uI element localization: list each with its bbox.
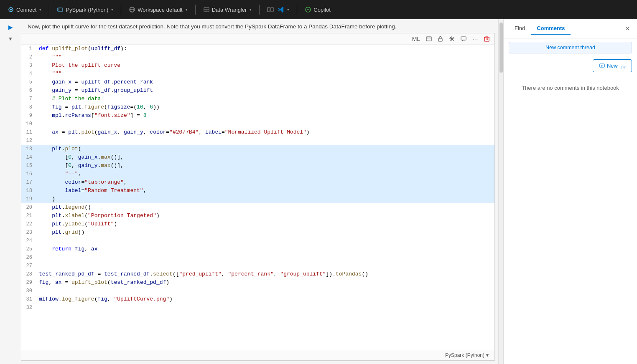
connect-label: Connect xyxy=(16,7,36,13)
line-number: 10 xyxy=(21,120,37,128)
line-number: 3 xyxy=(21,61,37,69)
code-line-30: 30 xyxy=(21,287,494,295)
workspace-button[interactable]: Workspace default ▾ xyxy=(125,5,191,15)
cell-toolbar: ML xyxy=(21,33,494,45)
line-number: 4 xyxy=(21,70,37,78)
code-line-14: 14 [0, gain_x.max()], xyxy=(21,153,494,162)
code-line-10: 10 xyxy=(21,120,494,128)
snowflake-button[interactable] xyxy=(447,35,456,43)
line-number: 25 xyxy=(21,245,37,253)
notebook-area: Now, plot the uplift curve for the test … xyxy=(21,19,498,364)
line-content: color="tab:orange", xyxy=(37,178,494,187)
scrollbar-track[interactable] xyxy=(498,19,503,364)
line-number: 32 xyxy=(21,303,37,311)
line-content: [0, gain_y.max()], xyxy=(37,162,494,170)
line-number: 21 xyxy=(21,212,37,220)
line-number: 5 xyxy=(21,78,37,86)
more-options-button[interactable]: ··· xyxy=(471,35,480,43)
code-line-3: 3 Plot the uplift curve xyxy=(21,61,494,70)
code-line-31: 31mlflow.log_figure(fig, "UpliftCurve.pn… xyxy=(21,295,494,303)
code-line-7: 7 # Plot the data xyxy=(21,95,494,103)
right-panel: Find Comments × New comment thread New ☞… xyxy=(503,19,637,364)
line-content: # Plot the data xyxy=(37,95,494,103)
kernel-chevron: ▾ xyxy=(486,352,489,358)
connect-button[interactable]: Connect ▾ xyxy=(3,5,46,15)
workspace-label: Workspace default xyxy=(138,7,182,13)
line-number: 27 xyxy=(21,262,37,270)
new-comment-icon xyxy=(599,63,605,69)
code-mode-button[interactable] xyxy=(424,35,433,43)
code-line-28: 28test_ranked_pd_df = test_ranked_df.sel… xyxy=(21,270,494,278)
line-number: 20 xyxy=(21,203,37,211)
left-gutter: ▶ ▼ xyxy=(0,19,21,364)
new-comment-button[interactable]: New ☞ xyxy=(593,59,632,72)
datawrangler-chevron: ▾ xyxy=(250,8,252,12)
kernel-badge[interactable]: PySpark (Python) ▾ xyxy=(443,351,491,359)
code-line-21: 21 plt.xlabel("Porportion Targeted") xyxy=(21,212,494,220)
no-comments-message: There are no comments in this notebook xyxy=(504,76,637,99)
tab-comments[interactable]: Comments xyxy=(531,23,571,35)
line-content: plt.plot( xyxy=(37,145,494,153)
code-line-17: 17 color="tab:orange", xyxy=(21,178,494,187)
code-line-24: 24 xyxy=(21,237,494,245)
code-line-16: 16 "--", xyxy=(21,170,494,178)
svg-point-13 xyxy=(307,9,308,10)
code-line-11: 11 ax = plt.plot(gain_x, gain_y, color="… xyxy=(21,128,494,136)
svg-rect-2 xyxy=(58,8,63,11)
code-line-20: 20 plt.legend() xyxy=(21,203,494,212)
kernel-label: PySpark (Python) xyxy=(66,7,108,13)
svg-point-12 xyxy=(306,7,311,12)
line-content: plt.legend() xyxy=(37,203,494,212)
run-cell-button[interactable]: ▶ xyxy=(6,23,15,32)
new-btn-label: New xyxy=(607,63,618,69)
line-number: 12 xyxy=(21,136,37,144)
code-line-22: 22 plt.ylabel("Uplift") xyxy=(21,220,494,228)
line-content: return fig, ax xyxy=(37,245,494,253)
main-area: ▶ ▼ Now, plot the uplift curve for the t… xyxy=(0,19,637,364)
close-panel-button[interactable]: × xyxy=(623,24,632,33)
topbar-sep4 xyxy=(259,5,260,15)
datawrangler-button[interactable]: Data Wrangler ▾ xyxy=(199,5,256,15)
ml-button[interactable]: ML xyxy=(410,35,422,43)
code-line-19: 19 ) xyxy=(21,195,494,203)
code-line-5: 5 gain_x = uplift_df.percent_rank xyxy=(21,78,494,86)
line-content: plt.grid() xyxy=(37,228,494,237)
scrollbar-thumb[interactable] xyxy=(499,23,503,73)
cursor-indicator: ☞ xyxy=(621,63,627,71)
comment-button[interactable] xyxy=(459,35,468,43)
copilot-button[interactable]: Copilot xyxy=(301,5,334,15)
comment-icon xyxy=(461,36,466,42)
code-line-23: 23 plt.grid() xyxy=(21,228,494,237)
code-line-13: 13 plt.plot( xyxy=(21,145,494,153)
delete-icon xyxy=(484,36,489,42)
code-cell: ML xyxy=(21,33,495,361)
line-number: 7 xyxy=(21,95,37,103)
tab-find[interactable]: Find xyxy=(509,23,531,35)
split-button[interactable]: ▾ xyxy=(263,5,293,15)
line-number: 1 xyxy=(21,45,37,53)
new-comment-banner-text: New comment thread xyxy=(545,45,595,51)
line-content: label="Random Treatment", xyxy=(37,187,494,195)
code-line-32: 32 xyxy=(21,303,494,312)
topbar-sep1 xyxy=(49,5,49,15)
lock-button[interactable] xyxy=(436,35,445,43)
code-area[interactable]: 1def uplift_plot(uplift_df):2 """3 Plot … xyxy=(21,45,494,350)
delete-cell-button[interactable] xyxy=(482,35,491,43)
line-content: plt.xlabel("Porportion Targeted") xyxy=(37,212,494,220)
line-number: 23 xyxy=(21,228,37,236)
line-number: 19 xyxy=(21,195,37,203)
code-line-25: 25 return fig, ax xyxy=(21,245,494,253)
datawrangler-icon xyxy=(203,6,210,13)
svg-rect-15 xyxy=(426,37,431,41)
topbar-sep5 xyxy=(297,5,297,15)
svg-point-14 xyxy=(308,9,309,10)
line-content: test_ranked_pd_df = test_ranked_df.selec… xyxy=(37,270,494,278)
right-panel-tabs: Find Comments xyxy=(509,23,571,35)
collapse-button[interactable]: ▼ xyxy=(6,34,15,43)
ellipsis-icon: ··· xyxy=(472,36,478,42)
line-content: def uplift_plot(uplift_df): xyxy=(37,45,494,53)
line-content: gain_x = uplift_df.percent_rank xyxy=(37,78,494,86)
svg-rect-7 xyxy=(204,8,209,12)
kernel-button[interactable]: PySpark (Python) ▾ xyxy=(53,5,117,15)
line-content: """ xyxy=(37,70,494,78)
